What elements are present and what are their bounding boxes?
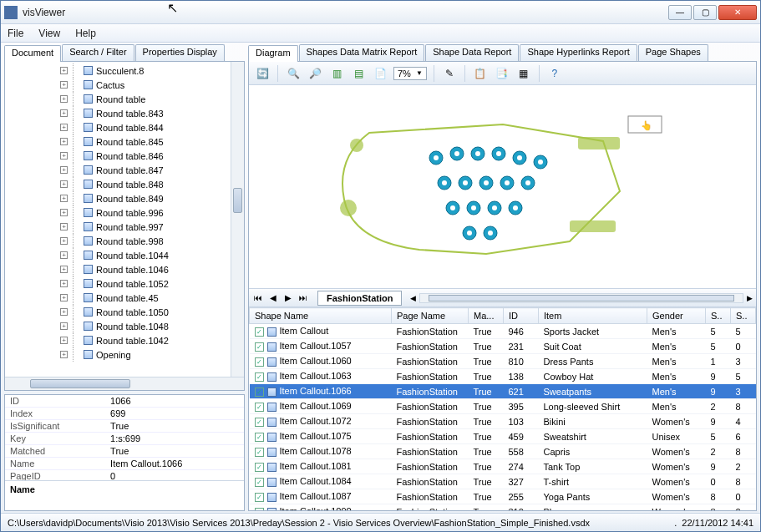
expand-icon[interactable]: + [60, 251, 68, 259]
help-icon[interactable]: ? [546, 65, 563, 82]
table-row[interactable]: ✓Item Callout.1084FashionStationTrue327T… [250, 474, 756, 489]
tree-item[interactable]: +Round table.1044 [8, 248, 241, 262]
tree-item[interactable]: +Round table.843 [8, 106, 241, 120]
expand-icon[interactable]: + [60, 266, 68, 273]
property-row[interactable]: NameItem Callout.1066 [5, 458, 244, 470]
expand-icon[interactable]: + [60, 109, 68, 117]
tree-item[interactable]: +Round table.997 [8, 220, 241, 234]
column-header[interactable]: Page Name [392, 308, 469, 324]
zoom-out-icon[interactable]: 🔎 [307, 65, 323, 82]
tree-item[interactable]: +Round table [8, 92, 241, 106]
tree-item[interactable]: +Round table.1046 [8, 262, 241, 276]
zoom-in-icon[interactable]: 🔍 [285, 65, 302, 82]
zoom-select[interactable]: 7% ▼ [393, 67, 427, 80]
table-row[interactable]: ✓Item Callout.1090FashionStationTrue310B… [250, 504, 756, 511]
property-row[interactable]: Index699 [5, 408, 244, 420]
column-header[interactable]: Shape Name [250, 308, 392, 324]
expand-icon[interactable]: + [60, 280, 68, 287]
menu-view[interactable]: View [38, 28, 60, 39]
tree-item[interactable]: +Round table.845 [8, 134, 241, 149]
tree-item[interactable]: +Round table.847 [8, 163, 241, 177]
column-header[interactable]: ID [504, 308, 539, 324]
table-row[interactable]: ✓Item Callout.1057FashionStationTrue231S… [250, 339, 756, 354]
properties-grid[interactable]: ID1066Index699IsSignificantTrueKey1:s:69… [5, 395, 244, 480]
tab-search-filter[interactable]: Search / Filter [62, 44, 134, 61]
checkbox-icon[interactable]: ✓ [255, 508, 264, 510]
column-header[interactable]: Gender [647, 308, 706, 324]
expand-icon[interactable]: + [60, 95, 68, 103]
pointer-icon[interactable]: ✎ [441, 65, 458, 82]
checkbox-icon[interactable]: ✓ [255, 372, 264, 382]
expand-icon[interactable]: + [60, 152, 68, 160]
table-row[interactable]: ✓Item Callout.1075FashionStationTrue459S… [250, 429, 756, 444]
expand-icon[interactable]: + [60, 209, 68, 216]
checkbox-icon[interactable]: ✓ [255, 327, 264, 337]
data-grid[interactable]: Shape NamePage NameMa...IDItemGenderS..S… [249, 307, 756, 510]
expand-icon[interactable]: + [60, 223, 68, 231]
page-hscrollbar[interactable] [419, 293, 743, 303]
column-header[interactable]: S.. [731, 308, 756, 324]
menu-help[interactable]: Help [75, 28, 96, 39]
table-row[interactable]: ✓Item Callout.1078FashionStationTrue558C… [250, 444, 756, 459]
tree-item[interactable]: +Opening [8, 347, 241, 362]
table-row[interactable]: ✓Item Callout.1063FashionStationTrue138C… [250, 369, 756, 384]
checkbox-icon[interactable]: ✓ [255, 448, 264, 457]
tab-document[interactable]: Document [4, 45, 61, 62]
checkbox-icon[interactable]: ✓ [255, 478, 264, 487]
expand-icon[interactable]: + [60, 195, 68, 202]
refresh-icon[interactable]: 🔄 [254, 65, 271, 82]
tree-item[interactable]: +Round table.849 [8, 191, 241, 205]
tree-item[interactable]: +Round table.1050 [8, 305, 241, 319]
maximize-button[interactable]: ▢ [693, 5, 717, 20]
fit-page-icon[interactable]: ▤ [350, 65, 367, 82]
close-button[interactable]: ✕ [718, 5, 757, 20]
expand-icon[interactable]: + [60, 138, 68, 145]
nav-prev-icon[interactable]: ◀ [267, 292, 279, 304]
layers-icon[interactable]: 📑 [494, 65, 510, 82]
copy-icon[interactable]: 📋 [472, 65, 489, 82]
expand-icon[interactable]: + [60, 67, 68, 74]
tab-scroll-right-icon[interactable]: ▶ [747, 294, 753, 302]
table-row[interactable]: ✓Item Callout.1066FashionStationTrue621S… [250, 384, 756, 399]
tree-item[interactable]: +Round table.844 [8, 120, 241, 134]
tree-item[interactable]: +Round table.1042 [8, 333, 241, 347]
column-header[interactable]: Item [539, 308, 647, 324]
tab-page-shapes[interactable]: Page Shapes [638, 44, 708, 61]
property-row[interactable]: MatchedTrue [5, 445, 244, 458]
expand-icon[interactable]: + [60, 308, 68, 316]
page-name[interactable]: FashionStation [317, 291, 402, 306]
tab-diagram[interactable]: Diagram [248, 45, 298, 62]
tree-hscrollbar[interactable] [5, 377, 244, 390]
checkbox-icon[interactable]: ✓ [255, 418, 264, 427]
checkbox-icon[interactable]: ✓ [255, 433, 264, 442]
tree-item[interactable]: +Round table.1048 [8, 319, 241, 333]
nav-first-icon[interactable]: ⏮ [252, 292, 264, 304]
tree-item[interactable]: +Round table.996 [8, 205, 241, 220]
tab-shapes-data-matrix[interactable]: Shapes Data Matrix Report [299, 44, 425, 61]
tree-vscrollbar[interactable] [231, 62, 244, 377]
expand-icon[interactable]: + [60, 294, 68, 301]
tree-item[interactable]: +Cactus [8, 78, 241, 92]
tab-shape-hyperlinks[interactable]: Shape Hyperlinks Report [520, 44, 637, 61]
table-row[interactable]: ✓Item Callout.1060FashionStationTrue810D… [250, 354, 756, 369]
expand-icon[interactable]: + [60, 180, 68, 188]
tree-item[interactable]: +Succulent.8 [8, 63, 241, 78]
expand-icon[interactable]: + [60, 337, 68, 344]
tree-item[interactable]: +Round table.45 [8, 291, 241, 305]
checkbox-icon[interactable]: ✓ [255, 493, 264, 502]
checkbox-icon[interactable]: ✓ [255, 357, 264, 367]
nav-next-icon[interactable]: ▶ [282, 292, 294, 304]
property-row[interactable]: IsSignificantTrue [5, 420, 244, 433]
column-header[interactable]: S.. [706, 308, 731, 324]
expand-icon[interactable]: + [60, 237, 68, 245]
grid-icon[interactable]: ▦ [515, 65, 532, 82]
checkbox-icon[interactable]: ✓ [255, 342, 264, 352]
tab-properties-display[interactable]: Properties Display [135, 44, 225, 61]
property-row[interactable]: Key1:s:699 [5, 433, 244, 445]
property-row[interactable]: ID1066 [5, 395, 244, 408]
expand-icon[interactable]: + [60, 166, 68, 174]
tree-item[interactable]: +Round table.1052 [8, 276, 241, 291]
table-row[interactable]: ✓Item CalloutFashionStationTrue946Sports… [250, 324, 756, 339]
expand-icon[interactable]: + [60, 351, 68, 358]
tree-view[interactable]: +Succulent.8+Cactus+Round table+Round ta… [5, 62, 244, 377]
